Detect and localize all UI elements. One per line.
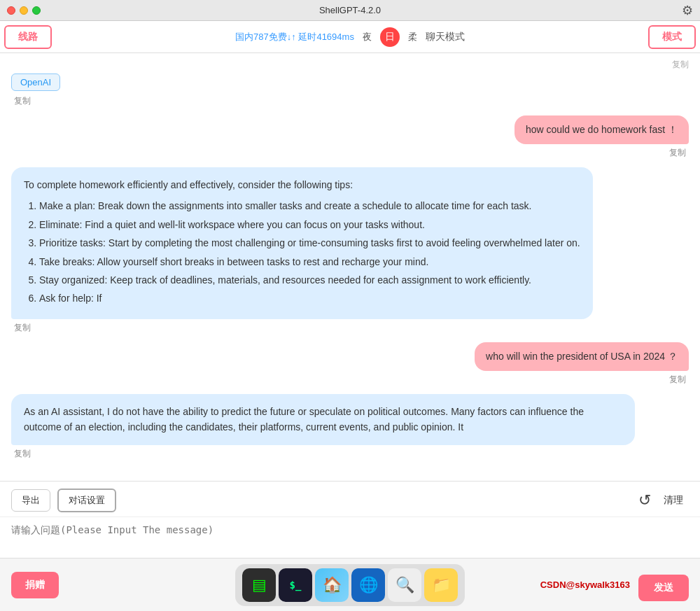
route-button[interactable]: 线路 (4, 25, 52, 49)
navbar: 线路 国内787免费↓↑ 延时41694ms 夜 日 柔 聊天模式 模式 (0, 21, 700, 53)
ai-intro-1: To complete homework efficiently and eff… (24, 179, 353, 190)
titlebar: ShellGPT-4.2.0 ⚙ (0, 0, 700, 21)
ai-message-1: To complete homework efficiently and eff… (11, 167, 689, 319)
minimize-button[interactable] (20, 6, 28, 15)
bottom-toolbar: 导出 对话设置 ↺ 清理 (0, 481, 700, 517)
dialog-settings-button[interactable]: 对话设置 (57, 489, 116, 512)
ai-bubble-2: As an AI assistant, I do not have the ab… (11, 394, 635, 445)
list-item: Take breaks: Allow yourself short breaks… (39, 254, 580, 269)
app-title: ShellGPT-4.2.0 (319, 5, 381, 15)
user-message-1: how could we do homework fast ！ (11, 115, 689, 144)
gear-icon[interactable]: ⚙ (682, 3, 693, 18)
copy-button-2[interactable]: 复制 (666, 146, 689, 160)
user-bubble-2: who will win the president of USA in 202… (475, 342, 689, 371)
ai-intro-2: As an AI assistant, I do not have the ab… (24, 406, 584, 433)
input-area (0, 517, 700, 558)
list-item: Stay organized: Keep track of deadlines,… (39, 272, 580, 288)
user-bubble-1: how could we do homework fast ！ (514, 115, 689, 144)
ai-bubble-1: To complete homework efficiently and eff… (11, 167, 593, 319)
chat-mode-label: 聊天模式 (426, 31, 465, 43)
copy-button-5[interactable]: 复制 (11, 447, 34, 461)
donate-button[interactable]: 捐赠 (11, 572, 59, 598)
ai-message-2: As an AI assistant, I do not have the ab… (11, 394, 689, 445)
terminal-dock-icon[interactable]: ▤ (242, 568, 276, 602)
list-item: Make a plan: Break down the assignments … (39, 198, 580, 213)
bottom-dock: 捐赠 ▤ $_ 🏠 🌐 🔍 📁 CSDN@skywalk3163 发送 (0, 558, 700, 611)
shell-dock-icon[interactable]: $_ (279, 568, 312, 602)
soft-label: 柔 (408, 31, 417, 43)
copy-button-1[interactable]: 复制 (11, 94, 34, 108)
nav-center: 国内787免费↓↑ 延时41694ms 夜 日 柔 聊天模式 (56, 27, 644, 47)
csdn-label: CSDN@skywalk3163 (540, 580, 630, 590)
list-item: Ask for help: If (39, 290, 580, 306)
finder-dock-icon[interactable]: 🏠 (315, 568, 349, 602)
top-copy-hint: 复制 (11, 59, 689, 71)
globe-dock-icon[interactable]: 🌐 (351, 568, 385, 602)
mode-button[interactable]: 模式 (648, 25, 696, 49)
folder-dock-icon[interactable]: 📁 (424, 568, 458, 602)
user-message-2: who will win the president of USA in 202… (11, 342, 689, 371)
night-label: 夜 (363, 31, 372, 43)
connection-status: 国内787免费↓↑ 延时41694ms (235, 31, 354, 43)
sun-button[interactable]: 日 (380, 27, 400, 47)
search-dock-icon[interactable]: 🔍 (388, 568, 421, 602)
send-button[interactable]: 发送 (638, 575, 689, 601)
list-item: Eliminate: Find a quiet and well-lit wor… (39, 217, 580, 232)
copy-button-3[interactable]: 复制 (11, 321, 34, 335)
message-input[interactable] (11, 523, 689, 548)
list-item: Prioritize tasks: Start by completing th… (39, 235, 580, 251)
chat-area: 复制 OpenAI 复制 how could we do homework fa… (0, 53, 700, 481)
history-icon: ↺ (638, 491, 651, 510)
openai-badge: OpenAI (11, 73, 60, 91)
clear-button[interactable]: 清理 (658, 491, 689, 510)
close-button[interactable] (7, 6, 15, 15)
export-button[interactable]: 导出 (11, 489, 50, 512)
dock-container: ▤ $_ 🏠 🌐 🔍 📁 (235, 564, 465, 606)
ai-list-1: Make a plan: Break down the assignments … (24, 198, 580, 306)
history-button[interactable]: ↺ (638, 491, 651, 510)
window-controls (7, 6, 41, 15)
maximize-button[interactable] (32, 6, 41, 15)
copy-button-4[interactable]: 复制 (666, 372, 689, 387)
